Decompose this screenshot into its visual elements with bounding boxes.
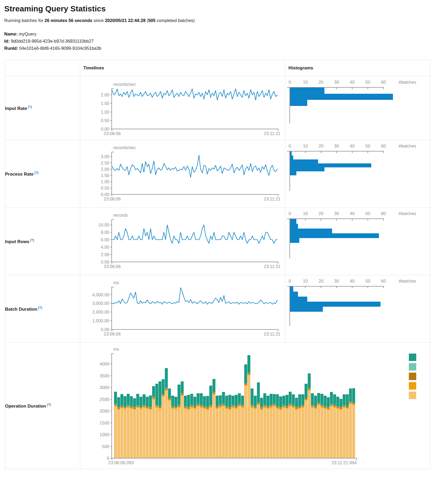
table-row: Input Rate(?) records/sec0.000.501.001.5…	[5, 76, 430, 140]
svg-text:6.00: 6.00	[101, 237, 109, 242]
svg-text:0.00: 0.00	[101, 327, 109, 332]
row-label-batch-duration: Batch Duration(?)	[5, 275, 80, 343]
batch-duration-help-link[interactable]: (?)	[38, 306, 42, 310]
svg-text:23:06:06: 23:06:06	[104, 264, 121, 269]
svg-text:4.00: 4.00	[101, 245, 109, 249]
query-name-label: Name:	[4, 32, 17, 36]
svg-text:records/sec: records/sec	[113, 145, 136, 150]
svg-text:records: records	[113, 213, 128, 217]
svg-text:23:11:21: 23:11:21	[264, 264, 280, 269]
svg-text:0.00: 0.00	[101, 260, 109, 264]
svg-text:23:06:06: 23:06:06	[104, 332, 121, 336]
batch-duration-histogram-chart: 0102030405060#batches	[285, 275, 427, 342]
svg-text:1,000.00: 1,000.00	[92, 318, 109, 323]
svg-text:records/sec: records/sec	[113, 82, 136, 87]
streaming-query-statistics-page: { "page": { "title": "Streaming Query St…	[0, 0, 448, 482]
svg-text:30: 30	[334, 279, 339, 283]
svg-text:30: 30	[334, 80, 339, 84]
svg-text:23:11:21: 23:11:21	[264, 332, 280, 336]
input-rows-label: Input Rows	[5, 239, 29, 244]
row-label-operation-duration: Operation Duration(?)	[5, 343, 80, 469]
process-rate-label: Process Rate	[5, 171, 34, 176]
row-label-input-rate: Input Rate(?)	[5, 76, 80, 140]
svg-text:1.50: 1.50	[101, 173, 109, 178]
svg-text:#batches: #batches	[399, 80, 416, 84]
svg-text:10: 10	[303, 279, 308, 283]
svg-text:20: 20	[319, 279, 323, 283]
table-row: Input Rows(?) records0.002.004.006.008.0…	[5, 208, 430, 275]
svg-text:50: 50	[365, 211, 370, 216]
histograms-column-header: Histograms	[285, 60, 430, 76]
svg-text:2,000.00: 2,000.00	[92, 310, 109, 314]
svg-text:10: 10	[303, 211, 308, 216]
svg-text:2.00: 2.00	[101, 252, 109, 257]
table-row: Operation Duration(?) ms0500100015002000…	[5, 343, 430, 469]
svg-text:0: 0	[107, 456, 109, 461]
table-row: Batch Duration(?) ms0.001,000.002,000.00…	[5, 275, 430, 343]
operation-duration-label: Operation Duration	[5, 403, 46, 408]
input-rate-label: Input Rate	[5, 106, 27, 111]
input-rows-timeline-chart: records0.002.004.006.008.0010.0023:06:06…	[80, 208, 282, 275]
svg-text:1.50: 1.50	[101, 101, 109, 106]
query-id-label: Id:	[4, 39, 10, 43]
svg-text:#batches: #batches	[399, 211, 416, 216]
svg-text:60: 60	[381, 144, 386, 148]
svg-text:40: 40	[350, 279, 355, 283]
svg-text:0: 0	[288, 144, 291, 148]
process-rate-help-link[interactable]: (?)	[34, 171, 38, 175]
row-label-input-rows: Input Rows(?)	[5, 208, 80, 275]
svg-text:50: 50	[365, 80, 370, 84]
query-name-value: myQuery	[19, 32, 37, 36]
running-duration: 26 minutes 56 seconds	[44, 18, 92, 23]
table-header-row: Timelines Histograms	[5, 60, 430, 76]
start-time: 2020/05/21 22:44:28	[105, 18, 146, 23]
svg-text:0: 0	[288, 279, 291, 283]
svg-text:20: 20	[319, 144, 323, 148]
running-prefix: Running batches for	[4, 18, 44, 23]
svg-text:8.00: 8.00	[101, 230, 109, 235]
svg-text:50: 50	[365, 279, 370, 283]
operation-duration-help-link[interactable]: (?)	[47, 403, 51, 407]
svg-text:60: 60	[381, 211, 386, 216]
svg-text:20: 20	[319, 80, 323, 84]
svg-text:60: 60	[381, 80, 386, 84]
query-id-value: 9d0dd219-995d-423e-b97d-36931110bb27	[11, 39, 94, 43]
svg-text:1500: 1500	[99, 421, 109, 425]
statistics-table: Timelines Histograms Input Rate(?) recor…	[5, 60, 430, 469]
page-title: Streaming Query Statistics	[4, 4, 448, 13]
svg-text:2.50: 2.50	[101, 160, 109, 165]
query-runid-label: RunId:	[4, 46, 18, 51]
input-rate-timeline-chart: records/sec0.000.501.001.502.0023:06:062…	[80, 76, 282, 140]
query-runid-line: RunId: 04e101e6-8bf8-4165-9099-9104c951b…	[4, 45, 448, 52]
query-id-line: Id: 9d0dd219-995d-423e-b97d-36931110bb27	[4, 38, 448, 45]
process-rate-histogram-chart: 0102030405060#batches	[285, 140, 427, 207]
svg-text:3500: 3500	[99, 373, 109, 378]
batch-duration-label: Batch Duration	[5, 306, 37, 311]
svg-text:0.00: 0.00	[101, 127, 109, 131]
completed-suffix: completed batches)	[155, 18, 195, 23]
input-rows-help-link[interactable]: (?)	[30, 238, 34, 242]
svg-text:2.00: 2.00	[101, 167, 109, 172]
svg-text:40: 40	[350, 211, 355, 216]
svg-text:1.00: 1.00	[101, 110, 109, 114]
paren-open: (	[146, 18, 148, 23]
completed-batches-count: 505	[148, 18, 156, 23]
svg-text:ms: ms	[113, 347, 119, 351]
input-rate-help-link[interactable]: (?)	[28, 105, 32, 109]
svg-text:3.00: 3.00	[101, 154, 109, 159]
svg-text:0.50: 0.50	[101, 186, 109, 190]
svg-text:#batches: #batches	[399, 144, 416, 148]
svg-text:ms: ms	[113, 280, 119, 285]
svg-text:40: 40	[350, 144, 355, 148]
svg-text:4000: 4000	[99, 362, 109, 366]
svg-text:#batches: #batches	[399, 279, 416, 283]
svg-text:10.00: 10.00	[98, 222, 109, 227]
batch-duration-timeline-chart: ms0.001,000.002,000.003,000.004,000.0023…	[80, 275, 282, 342]
svg-text:20: 20	[319, 211, 323, 216]
input-rate-histogram-chart: 0102030405060#batches	[285, 76, 427, 140]
query-runid-value: 04e101e6-8bf8-4165-9099-9104c951ba3b	[19, 46, 101, 51]
timelines-column-header: Timelines	[80, 60, 285, 76]
svg-text:2500: 2500	[99, 397, 109, 402]
svg-text:0: 0	[288, 211, 291, 216]
row-label-process-rate: Process Rate(?)	[5, 140, 80, 208]
